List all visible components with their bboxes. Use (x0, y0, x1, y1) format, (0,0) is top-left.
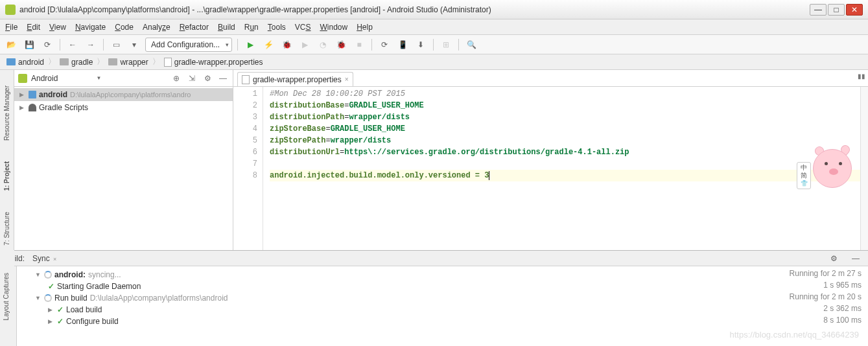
forward-icon[interactable]: → (84, 38, 98, 52)
hide-panel-icon[interactable]: — (217, 73, 229, 84)
crumb-gradle[interactable]: gradle (57, 58, 95, 67)
menu-edit[interactable]: Edit (27, 23, 40, 32)
build-label: Load build (66, 305, 102, 314)
code-line[interactable]: zipStoreBase=GRADLE_USER_HOME (270, 123, 860, 135)
search-icon[interactable]: 🔍 (464, 38, 478, 52)
build-row[interactable]: ▶✓Configure build (22, 316, 746, 327)
code-line[interactable] (270, 158, 860, 170)
dropdown-icon[interactable]: ▾ (127, 38, 141, 52)
crumb-root[interactable]: android (4, 58, 47, 67)
menu-code[interactable]: Code (115, 23, 134, 32)
menu-file[interactable]: File (5, 23, 18, 32)
build-row[interactable]: ▼Run build D:\lulalaApp\company\platform… (22, 292, 746, 304)
project-view-selector[interactable]: Android (31, 74, 93, 83)
run-config-selector[interactable]: Add Configuration... (145, 38, 232, 52)
sync-gradle-icon[interactable]: ⟳ (377, 38, 392, 52)
menu-tools[interactable]: Tools (268, 23, 286, 32)
crumb-file[interactable]: gradle-wrapper.properties (161, 58, 266, 67)
run-config-label: Add Configuration... (151, 40, 220, 49)
expand-icon[interactable]: ▶ (48, 306, 54, 313)
sdk-icon[interactable]: ⬇ (414, 38, 428, 52)
crumb-wrapper[interactable]: wrapper (106, 58, 150, 67)
close-icon[interactable]: × (53, 256, 56, 262)
gutter-resource-manager[interactable]: Resource Manager (3, 86, 10, 141)
code-line[interactable]: zipStorePath=wrapper/dists (270, 135, 860, 146)
module-icon (29, 91, 36, 98)
sync-tab[interactable]: Sync × (32, 254, 56, 263)
sync-icon[interactable]: ⟳ (40, 38, 54, 52)
gear-icon[interactable]: ⚙ (827, 251, 841, 266)
gutter-layout-captures[interactable]: Layout Captures (3, 273, 10, 320)
left-tool-gutter: Resource Manager 1: Project 7: Structure (0, 70, 14, 250)
menu-build[interactable]: Build (218, 23, 235, 32)
target-icon[interactable]: ⊕ (170, 73, 182, 84)
ime-tag[interactable]: 中 简 👕 (797, 162, 811, 189)
android-icon (18, 74, 27, 83)
menu-window[interactable]: Window (320, 23, 347, 32)
editor-tab[interactable]: gradle-wrapper.properties × (237, 72, 353, 86)
close-button[interactable]: ✕ (846, 4, 863, 16)
project-panel: Android ▼ ⊕ ⇲ ⚙ — ▶android D:\lulalaApp\… (14, 70, 233, 250)
code-line[interactable]: distributionUrl=https\://services.gradle… (270, 146, 860, 158)
build-row[interactable]: ✓Starting Gradle Daemon (22, 281, 746, 292)
gutter-structure[interactable]: 7: Structure (3, 212, 10, 246)
back-icon[interactable]: ← (65, 38, 80, 52)
menu-navigate[interactable]: Navigate (75, 23, 106, 32)
menu-analyze[interactable]: Analyze (143, 23, 170, 32)
menu-refactor[interactable]: Refactor (180, 23, 209, 32)
collapse-icon[interactable]: ⇲ (186, 73, 198, 84)
gutter-project[interactable]: 1: Project (3, 161, 10, 191)
code-line[interactable]: #Mon Dec 28 10:00:20 PST 2015 (270, 88, 860, 100)
close-tab-icon[interactable]: × (345, 76, 349, 83)
expand-icon[interactable]: ▶ (19, 104, 26, 111)
expand-icon[interactable]: ▶ (48, 318, 54, 325)
separator (237, 39, 238, 51)
expand-icon[interactable]: ▼ (35, 271, 41, 278)
chevron-down-icon[interactable]: ▼ (97, 75, 102, 81)
save-icon[interactable]: 💾 (22, 38, 36, 52)
ime-mascot[interactable]: 中 简 👕 (797, 143, 855, 201)
tree-row[interactable]: ▶android D:\lulalaApp\company\platforms\… (14, 88, 233, 101)
menu-view[interactable]: View (49, 23, 66, 32)
line-gutter: 12345678 (233, 87, 263, 250)
editor-area: gradle-wrapper.properties × ▮▮ 12345678 … (233, 70, 868, 250)
stop-icon[interactable]: ■ (352, 38, 366, 52)
attach-icon[interactable]: 🐞 (334, 38, 348, 52)
structure-icon[interactable]: ⊞ (439, 38, 453, 52)
separator (103, 39, 104, 51)
build-row[interactable]: ▶✓Load build (22, 304, 746, 316)
tree-row[interactable]: ▶Gradle Scripts (14, 101, 233, 114)
maximize-button[interactable]: □ (828, 4, 845, 16)
code-content[interactable]: #Mon Dec 28 10:00:20 PST 2015distributio… (263, 87, 860, 250)
menu-help[interactable]: Help (357, 23, 373, 32)
gear-icon[interactable]: ⚙ (202, 73, 213, 84)
android-studio-icon (5, 5, 16, 15)
apply-icon[interactable]: ⚡ (261, 38, 276, 52)
code-line[interactable]: android.injected.build.model.only.versio… (270, 170, 860, 181)
coverage-icon[interactable]: ▶ (298, 38, 312, 52)
crumb-label: gradle (71, 58, 93, 67)
watermark: https://blog.csdn.net/qq_34664239 (730, 330, 860, 340)
hide-icon[interactable]: — (849, 251, 863, 266)
expand-icon[interactable]: ▶ (19, 91, 26, 98)
error-stripe (860, 87, 868, 250)
run-icon[interactable]: ▶ (243, 38, 257, 52)
open-icon[interactable]: 📂 (4, 38, 18, 52)
tree-label: android (39, 90, 67, 99)
build-row[interactable]: ▼android: syncing... (22, 269, 746, 281)
expand-icon[interactable]: ▼ (35, 295, 41, 301)
code-editor[interactable]: 12345678 #Mon Dec 28 10:00:20 PST 2015di… (233, 87, 868, 250)
separator (433, 39, 434, 51)
device-icon[interactable]: ▭ (109, 38, 123, 52)
debug-icon[interactable]: 🐞 (279, 38, 294, 52)
minimize-button[interactable]: — (810, 4, 827, 16)
chevron-right-icon: 〉 (152, 56, 160, 67)
avd-icon[interactable]: 📱 (395, 38, 410, 52)
menu-run[interactable]: Run (244, 23, 259, 32)
spinner-icon (44, 271, 52, 279)
code-line[interactable]: distributionPath=wrapper/dists (270, 111, 860, 123)
code-line[interactable]: distributionBase=GRADLE_USER_HOME (270, 100, 860, 111)
check-icon: ✓ (57, 317, 64, 326)
menu-vcs[interactable]: VCS (295, 23, 311, 32)
profile-icon[interactable]: ◔ (316, 38, 330, 52)
